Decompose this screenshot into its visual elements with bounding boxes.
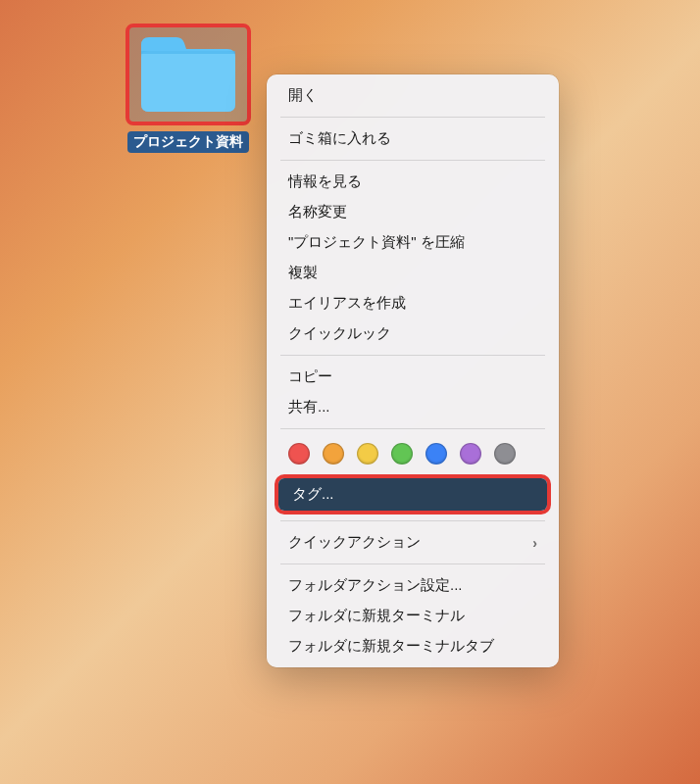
menu-share[interactable]: 共有... <box>267 392 559 422</box>
tag-dot-blue[interactable] <box>425 443 447 465</box>
folder-icon <box>137 31 239 116</box>
menu-divider <box>280 564 545 564</box>
menu-divider <box>280 520 545 521</box>
menu-divider <box>280 428 545 429</box>
menu-divider <box>280 160 545 161</box>
menu-open[interactable]: 開く <box>267 80 559 111</box>
menu-new-terminal-at-folder[interactable]: フォルダに新規ターミナル <box>267 601 559 631</box>
menu-tags-highlight: タグ... <box>275 474 551 514</box>
tag-dot-orange[interactable] <box>323 443 344 465</box>
menu-divider <box>280 355 545 356</box>
menu-make-alias[interactable]: エイリアスを作成 <box>267 288 559 318</box>
folder-selection-highlight <box>125 24 251 125</box>
menu-folder-actions-setup[interactable]: フォルダアクション設定... <box>267 570 559 601</box>
menu-quick-look[interactable]: クイックルック <box>267 318 559 349</box>
menu-compress[interactable]: "プロジェクト資料" を圧縮 <box>267 227 559 258</box>
context-menu: 開く ゴミ箱に入れる 情報を見る 名称変更 "プロジェクト資料" を圧縮 複製 … <box>267 74 559 667</box>
svg-rect-0 <box>141 51 235 54</box>
tag-color-row <box>267 435 559 474</box>
folder-label: プロジェクト資料 <box>127 131 249 153</box>
menu-get-info[interactable]: 情報を見る <box>267 167 559 197</box>
menu-quick-actions-label: クイックアクション <box>288 533 421 552</box>
menu-new-terminal-tab-at-folder[interactable]: フォルダに新規ターミナルタブ <box>267 631 559 662</box>
chevron-right-icon: › <box>532 535 537 551</box>
tag-dot-red[interactable] <box>288 443 310 465</box>
tag-dot-green[interactable] <box>391 443 413 465</box>
menu-duplicate[interactable]: 複製 <box>267 258 559 288</box>
tag-dot-gray[interactable] <box>494 443 516 465</box>
menu-divider <box>280 117 545 118</box>
menu-rename[interactable]: 名称変更 <box>267 197 559 227</box>
menu-copy[interactable]: コピー <box>267 362 559 392</box>
menu-tags[interactable]: タグ... <box>278 478 547 511</box>
tag-dot-purple[interactable] <box>460 443 481 465</box>
menu-move-to-trash[interactable]: ゴミ箱に入れる <box>267 123 559 154</box>
tag-dot-yellow[interactable] <box>357 443 378 465</box>
desktop-folder[interactable]: プロジェクト資料 <box>125 24 251 153</box>
menu-quick-actions[interactable]: クイックアクション › <box>267 527 559 558</box>
